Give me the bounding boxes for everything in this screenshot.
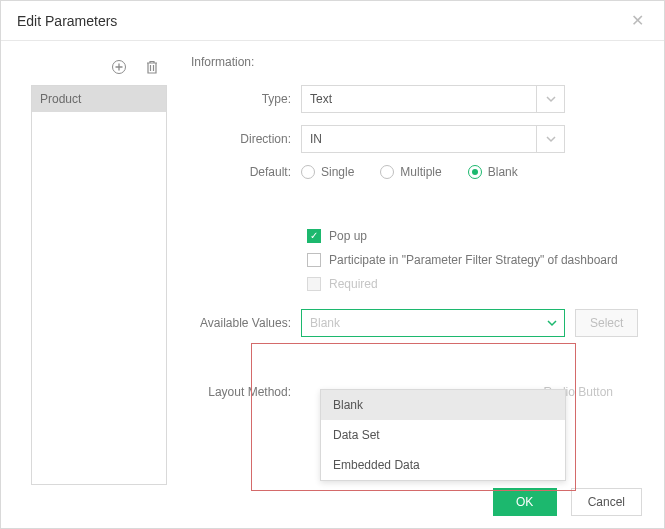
type-label: Type: [191,92,301,106]
participate-label: Participate in "Parameter Filter Strateg… [329,253,618,267]
default-radio-blank[interactable]: Blank [468,165,518,179]
default-radio-group: Single Multiple Blank [301,165,518,179]
direction-value: IN [302,132,536,146]
ok-label: OK [516,495,533,509]
titlebar: Edit Parameters ✕ [1,1,664,41]
layout-method-label: Layout Method: [191,385,301,399]
checkbox-icon: ✓ [307,229,321,243]
parameter-sidebar: Product [31,55,167,485]
chevron-down-icon [536,126,564,152]
dialog-footer: OK Cancel [493,488,642,516]
cancel-label: Cancel [588,495,625,509]
edit-parameters-dialog: Edit Parameters ✕ Product Information: [0,0,665,529]
radio-icon [468,165,482,179]
available-values-label: Available Values: [191,316,301,330]
radio-label: Single [321,165,354,179]
type-select[interactable]: Text [301,85,565,113]
select-button: Select [575,309,638,337]
default-radio-multiple[interactable]: Multiple [380,165,441,179]
available-values-select[interactable]: Blank [301,309,565,337]
type-value: Text [302,92,536,106]
direction-select[interactable]: IN [301,125,565,153]
radio-label: Blank [488,165,518,179]
checkbox-icon [307,253,321,267]
available-values-dropdown: Blank Data Set Embedded Data [320,389,566,481]
dialog-title: Edit Parameters [17,1,117,41]
popup-label: Pop up [329,229,367,243]
add-parameter-icon[interactable] [111,59,127,75]
parameter-list: Product [31,85,167,485]
chevron-down-icon [536,86,564,112]
parameter-item-product[interactable]: Product [32,86,166,112]
delete-parameter-icon[interactable] [145,59,159,75]
required-label: Required [329,277,378,291]
popup-checkbox-row[interactable]: ✓ Pop up [307,229,644,243]
available-values-placeholder: Blank [302,316,540,330]
radio-icon [380,165,394,179]
close-icon[interactable]: ✕ [627,1,648,41]
radio-icon [301,165,315,179]
chevron-down-icon [540,310,564,336]
available-option-data-set[interactable]: Data Set [321,420,565,450]
participate-checkbox-row[interactable]: Participate in "Parameter Filter Strateg… [307,253,644,267]
available-option-blank[interactable]: Blank [321,390,565,420]
cancel-button[interactable]: Cancel [571,488,642,516]
checkbox-icon [307,277,321,291]
required-checkbox-row: Required [307,277,644,291]
available-option-embedded-data[interactable]: Embedded Data [321,450,565,480]
select-button-label: Select [590,316,623,330]
default-radio-single[interactable]: Single [301,165,354,179]
radio-label: Multiple [400,165,441,179]
information-label: Information: [191,55,254,69]
default-label: Default: [191,165,301,179]
ok-button[interactable]: OK [493,488,557,516]
direction-label: Direction: [191,132,301,146]
